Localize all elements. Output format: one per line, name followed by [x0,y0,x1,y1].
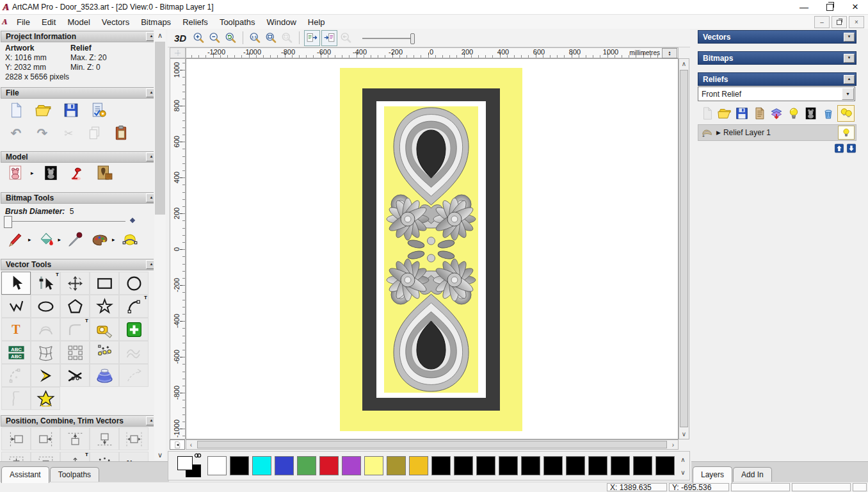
palette-swatch[interactable] [342,456,361,475]
reliefs-header[interactable]: Reliefs ▲ [698,72,856,86]
undo-button[interactable]: ↶ [5,124,27,143]
collapse-model-button[interactable]: ▲ [146,152,154,161]
child-restore-button[interactable] [832,16,847,28]
ruler-units-button[interactable]: ▲▼ [662,48,677,58]
palette-swatch[interactable] [297,456,316,475]
zoom-out-button[interactable] [207,31,222,45]
canvas-vertical-scrollbar[interactable]: ∧ ∨ [679,58,689,439]
palette-swatch[interactable] [252,456,271,475]
flyout-arrow-icon[interactable]: ▸ [112,236,115,243]
new-model-button[interactable] [5,101,27,120]
nudge-button[interactable] [90,341,119,364]
texture-button[interactable] [94,163,116,183]
collapse-vector-tools-button[interactable]: ▲ [146,260,154,269]
arc-tool-button[interactable]: T [119,295,149,318]
transform-button[interactable] [60,272,90,295]
collapse-position-button[interactable]: ▲ [146,416,154,425]
wave-button[interactable] [119,341,149,364]
palette-swatch[interactable] [521,456,540,475]
tab-layers[interactable]: Layers [693,466,732,483]
bitmap-to-vector-button[interactable] [119,230,141,249]
star-tool-button[interactable] [90,295,119,318]
palette-swatch[interactable] [319,456,339,475]
tab-assistant[interactable]: Assistant [1,466,49,483]
open-relief-button[interactable] [716,106,732,121]
palette-scroll-up-button[interactable]: ∧ [679,454,687,464]
select-button[interactable] [1,272,31,295]
flyout-arrow-icon[interactable]: ▸ [58,236,61,243]
canvas-2d-view[interactable] [186,58,679,439]
paste-button[interactable] [110,124,132,143]
primary-secondary-colour-indicator[interactable] [177,455,202,477]
bitmaps-header[interactable]: Bitmaps ▼ [698,51,856,65]
palette-button[interactable] [89,230,111,249]
ellipse-tool-button[interactable] [31,295,60,318]
assistant-scrollbar[interactable]: ∧ ∨ [154,30,166,460]
slider-handle[interactable] [4,216,12,228]
palette-swatch[interactable] [454,456,473,475]
child-close-button[interactable]: × [849,16,864,28]
expand-vectors-button[interactable]: ▼ [844,33,855,42]
relief-select-dropdown-button[interactable]: ▼ [842,88,854,100]
menu-item-window[interactable]: Window [261,15,302,29]
tab-add-in[interactable]: Add In [733,467,772,483]
offset-vectors-button[interactable] [31,318,60,341]
collapse-bitmap-tools-button[interactable]: ▲ [146,193,154,202]
palette-swatch[interactable] [655,456,675,475]
palette-swatch[interactable] [588,456,607,475]
layer-visibility-button[interactable] [838,126,855,140]
copy-button[interactable] [84,124,106,143]
toggle-vector-button[interactable] [321,30,337,46]
node-edit-button[interactable]: T [31,272,60,295]
ruler-origin-button[interactable] [170,47,186,58]
scroll-up-button[interactable]: ∧ [154,30,166,40]
palette-swatch[interactable] [431,456,451,475]
scatter-dots-button[interactable] [90,452,119,461]
paint-pencil-button[interactable] [5,230,27,249]
move-layer-down-button[interactable] [846,144,856,153]
redo-button[interactable]: ↷ [31,124,53,143]
zoom-last-button[interactable] [223,31,238,45]
move-layer-up-button[interactable] [834,144,844,153]
relief-paper-button[interactable] [751,106,767,121]
palette-swatch[interactable] [207,456,227,475]
colour-picker-button[interactable] [65,230,86,249]
scroll-down-button[interactable]: ∨ [154,450,166,460]
palette-swatch[interactable] [387,456,406,475]
page-mode-button[interactable] [170,439,185,450]
align-left-button[interactable] [1,427,31,450]
flyout-arrow-icon[interactable]: ▸ [31,170,34,176]
expand-layer-icon[interactable]: ▶ [716,129,721,136]
palette-swatch[interactable] [476,456,495,475]
palette-swatch[interactable] [566,456,585,475]
slider-track[interactable] [5,221,125,222]
menu-item-model[interactable]: Model [61,15,95,29]
toggle-bitmap-button[interactable] [304,30,320,46]
lamp-button[interactable] [67,163,89,183]
toggle-all-bulbs-button[interactable] [837,105,855,122]
palette-swatch[interactable] [364,456,383,475]
measure-button[interactable] [90,318,119,341]
cut-button[interactable]: ✂ [58,124,79,143]
canvas-horizontal-scrollbar[interactable]: ‹ › [186,439,679,450]
menu-item-bitmaps[interactable]: Bitmaps [135,15,177,29]
zoom-fit-button[interactable] [264,31,278,45]
collapse-file-button[interactable]: ▲ [146,88,154,97]
palette-swatch[interactable] [633,456,652,475]
circle-tool-button[interactable] [119,272,149,295]
child-minimize-button[interactable]: – [814,16,830,28]
open-model-button[interactable] [33,101,54,120]
relief-layer-row[interactable]: + ▶ Relief Layer 1 [698,124,856,141]
model-greyscale-button[interactable] [40,163,62,183]
primary-colour-swatch[interactable] [177,456,193,470]
chevron-button[interactable] [31,364,60,387]
distort-grid-button[interactable] [31,341,60,364]
canvas-vscroll-thumb[interactable] [680,70,688,427]
menu-item-file[interactable]: File [11,15,36,29]
canvas-scroll-left-button[interactable]: ‹ [186,440,196,449]
polygon-tool-button[interactable] [60,295,90,318]
align-bottom-button[interactable] [90,427,119,450]
canvas-scroll-down-button[interactable]: ∨ [679,429,689,439]
relief-bulb-button[interactable] [785,106,801,121]
flood-fill-button[interactable] [35,230,57,249]
